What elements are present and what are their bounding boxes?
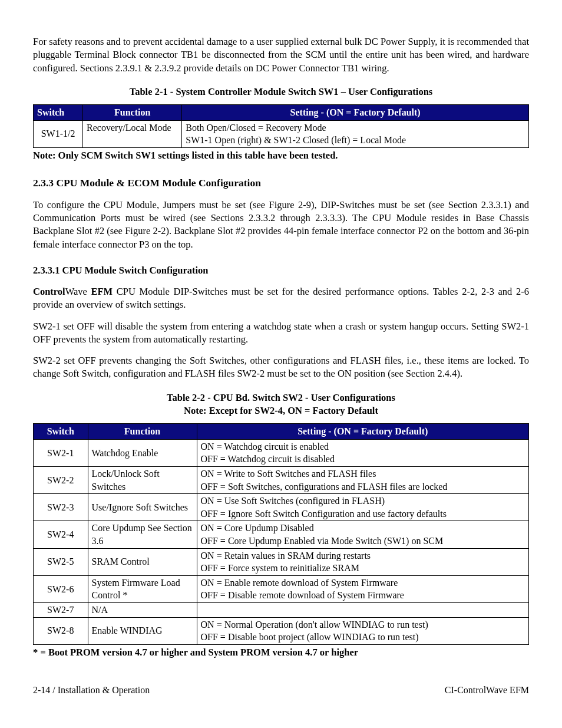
brand-wave: Wave: [65, 286, 87, 297]
table1-caption: Table 2-1 - System Controller Module Swi…: [33, 85, 529, 98]
setting-off: OFF = Ignore Soft Switch Configuration a…: [201, 508, 525, 521]
cell-setting: Both Open/Closed = Recovery Mode SW1-1 O…: [182, 120, 529, 147]
table-row: SW2-8Enable WINDIAGON = Normal Operation…: [34, 617, 529, 644]
cell-function: Enable WINDIAG: [88, 617, 197, 644]
cell-function: Use/Ignore Soft Switches: [88, 494, 197, 521]
setting-on: ON = Normal Operation (don't allow WINDI…: [201, 618, 525, 631]
footer-left: 2-14 / Installation & Operation: [33, 684, 150, 697]
page-footer: 2-14 / Installation & Operation CI-Contr…: [33, 684, 529, 697]
footer-right: CI-ControlWave EFM: [445, 684, 529, 697]
cell-setting: ON = Write to Soft Switches and FLASH fi…: [197, 466, 528, 493]
table-sw1: Switch Function Setting - (ON = Factory …: [33, 104, 529, 148]
table-row: SW2-2Lock/Unlock Soft SwitchesON = Write…: [34, 466, 529, 493]
th-setting: Setting - (ON = Factory Default): [182, 105, 529, 121]
th-setting: Setting - (ON = Factory Default): [197, 424, 528, 440]
setting-off: OFF = Watchdog circuit is disabled: [201, 453, 525, 466]
cell-setting: ON = Core Updump DisabledOFF = Core Updu…: [197, 521, 528, 548]
setting-off: OFF = Disable remote download of System …: [201, 589, 525, 602]
heading-2331: 2.3.3.1 CPU Module Switch Configuration: [33, 264, 529, 277]
cell-function: Watchdog Enable: [88, 439, 197, 466]
setting-on: ON = Enable remote download of System Fi…: [201, 577, 525, 589]
cell-setting: ON = Retain values in SRAM during restar…: [197, 548, 528, 575]
table-row: SW2-7N/A: [34, 602, 529, 617]
th-function: Function: [83, 105, 182, 121]
brand-efm: EFM: [87, 286, 113, 297]
table-row: SW2-4Core Updump See Section 3.6ON = Cor…: [34, 521, 529, 548]
cell-setting: ON = Watchdog circuit is enabledOFF = Wa…: [197, 439, 528, 466]
cell-switch: SW2-5: [34, 548, 88, 575]
cell-function: SRAM Control: [88, 548, 197, 575]
setting-on: ON = Use Soft Switches (configured in FL…: [201, 495, 525, 508]
table2-caption-line1: Table 2-2 - CPU Bd. Switch SW2 - User Co…: [167, 392, 395, 403]
table1-note: Note: Only SCM Switch SW1 settings liste…: [33, 149, 529, 162]
setting-off: OFF = Disable boot project (allow WINDIA…: [201, 631, 525, 644]
setting-off: OFF = Core Updump Enabled via Mode Switc…: [201, 535, 525, 548]
cell-switch: SW2-2: [34, 466, 88, 493]
setting-off: SW1-1 Open (right) & SW1-2 Closed (left)…: [186, 134, 525, 147]
setting-on: ON = Core Updump Disabled: [201, 522, 525, 535]
setting-off: OFF = Soft Switches, configurations and …: [201, 480, 525, 493]
heading-233: 2.3.3 CPU Module & ECOM Module Configura…: [33, 176, 529, 190]
setting-off: OFF = Force system to reinitialize SRAM: [201, 562, 525, 575]
cell-function: Recovery/Local Mode: [83, 120, 182, 147]
setting-on: ON = Write to Soft Switches and FLASH fi…: [201, 467, 525, 480]
table2-caption: Table 2-2 - CPU Bd. Switch SW2 - User Co…: [33, 391, 529, 418]
table-row: SW2-5SRAM ControlON = Retain values in S…: [34, 548, 529, 575]
table-row: SW2-3Use/Ignore Soft SwitchesON = Use So…: [34, 494, 529, 521]
table-row: SW2-1Watchdog EnableON = Watchdog circui…: [34, 439, 529, 466]
th-switch: Switch: [34, 424, 88, 440]
table2-caption-line2: Note: Except for SW2-4, ON = Factory Def…: [184, 405, 378, 416]
table-row: SW2-6System Firmware Load Control *ON = …: [34, 575, 529, 602]
cell-switch: SW2-1: [34, 439, 88, 466]
setting-on: Both Open/Closed = Recovery Mode: [186, 121, 525, 134]
table-sw2: Switch Function Setting - (ON = Factory …: [33, 423, 529, 645]
para-2331-1: ControlWave EFM CPU Module DIP-Switches …: [33, 285, 529, 312]
setting-on: ON = Retain values in SRAM during restar…: [201, 549, 525, 562]
cell-switch: SW2-7: [34, 602, 88, 617]
cell-switch: SW2-4: [34, 521, 88, 548]
th-switch: Switch: [34, 105, 83, 121]
para-2331-3: SW2-2 set OFF prevents changing the Soft…: [33, 354, 529, 381]
cell-setting: ON = Use Soft Switches (configured in FL…: [197, 494, 528, 521]
table-row: SW1-1/2 Recovery/Local Mode Both Open/Cl…: [34, 120, 529, 147]
cell-switch: SW2-8: [34, 617, 88, 644]
brand-control: Control: [33, 286, 65, 297]
para-2331-2: SW2-1 set OFF will disable the system fr…: [33, 320, 529, 347]
th-function: Function: [88, 424, 197, 440]
cell-setting: ON = Enable remote download of System Fi…: [197, 575, 528, 602]
cell-switch: SW2-3: [34, 494, 88, 521]
cell-function: N/A: [88, 602, 197, 617]
intro-paragraph: For safety reasons and to prevent accide…: [33, 35, 529, 75]
cell-switch: SW1-1/2: [34, 120, 83, 147]
cell-function: System Firmware Load Control *: [88, 575, 197, 602]
cell-switch: SW2-6: [34, 575, 88, 602]
cell-function: Core Updump See Section 3.6: [88, 521, 197, 548]
para-233: To configure the CPU Module, Jumpers mus…: [33, 199, 529, 251]
setting-on: ON = Watchdog circuit is enabled: [201, 440, 525, 453]
table2-footnote: * = Boot PROM version 4.7 or higher and …: [33, 646, 529, 659]
cell-setting: ON = Normal Operation (don't allow WINDI…: [197, 617, 528, 644]
cell-setting: [197, 602, 528, 617]
cell-function: Lock/Unlock Soft Switches: [88, 466, 197, 493]
